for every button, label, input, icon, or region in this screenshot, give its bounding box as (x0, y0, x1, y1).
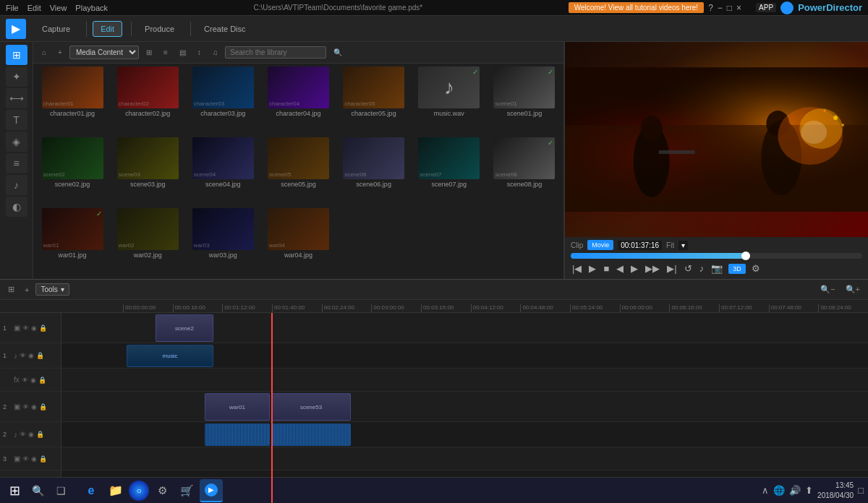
preview-progress-thumb[interactable] (741, 252, 750, 260)
timeline-clip-4[interactable] (205, 424, 270, 446)
audio-btn[interactable]: ♪ (698, 262, 706, 275)
fast-fwd-btn[interactable]: ▶▶ (644, 262, 661, 275)
sidebar-media-icon[interactable]: ⊞ (6, 45, 27, 65)
media-item-char3[interactable]: character03character03.jpg (187, 66, 259, 134)
track-row-2[interactable] (61, 369, 868, 392)
preview-progress-slider[interactable] (571, 253, 862, 259)
media-item-scene1[interactable]: scene01✓scene01.jpg (488, 66, 561, 134)
track-mute-5[interactable]: ◉ (31, 455, 37, 463)
taskbar-powerdirector[interactable]: ▶ (200, 479, 223, 502)
tray-network[interactable]: 🌐 (773, 485, 785, 496)
media-item-scene6[interactable]: scene06scene06.jpg (338, 137, 410, 205)
stop-btn[interactable]: ■ (602, 262, 610, 275)
track-visibility-1[interactable]: 👁 (20, 352, 26, 359)
track-lock-0[interactable]: 🔒 (39, 324, 47, 332)
media-item-scene7[interactable]: scene07scene07.jpg (413, 137, 485, 205)
tray-charge[interactable]: ⬆ (805, 485, 813, 496)
media-item-scene2[interactable]: scene02scene02.jpg (36, 137, 109, 205)
media-view-btn1[interactable]: ⊞ (142, 47, 156, 58)
timeline-clip-5[interactable] (271, 424, 351, 446)
menu-view[interactable]: View (50, 4, 67, 12)
track-visibility-4[interactable]: 👁 (20, 431, 26, 438)
capture-button[interactable]: Capture (35, 22, 77, 36)
close-btn[interactable]: × (736, 3, 741, 13)
track-mute-1[interactable]: ◉ (28, 352, 34, 359)
timeline-add-btn[interactable]: + (21, 284, 33, 296)
system-clock[interactable]: 13:45 2018/04/30 (817, 481, 854, 501)
sidebar-audio-icon[interactable]: ♪ (6, 175, 27, 195)
start-button[interactable]: ⊞ (4, 481, 25, 501)
media-item-scene4[interactable]: scene04scene04.jpg (187, 137, 259, 205)
help-btn[interactable]: ? (708, 3, 713, 13)
track-mute-2[interactable]: ◉ (30, 377, 36, 384)
media-home-btn[interactable]: ⌂ (38, 47, 51, 58)
track-lock-2[interactable]: 🔒 (38, 377, 46, 384)
media-filter-btn[interactable]: ♫ (208, 47, 223, 58)
media-item-music[interactable]: ♪✓music.wav (413, 66, 485, 134)
produce-button[interactable]: Produce (137, 22, 182, 36)
media-item-char1[interactable]: character01character01.jpg (36, 66, 109, 134)
playhead[interactable] (271, 313, 273, 503)
taskbar-store[interactable]: 🛒 (175, 479, 198, 502)
menu-edit[interactable]: Edit (27, 4, 41, 12)
media-add-btn[interactable]: + (54, 47, 67, 58)
track-visibility-2[interactable]: 👁 (22, 377, 28, 384)
media-view-btn2[interactable]: ≡ (159, 47, 172, 58)
tray-notification[interactable]: □ (858, 485, 864, 496)
play-btn[interactable]: ▶ (587, 262, 597, 275)
fit-dropdown[interactable]: ▾ (678, 241, 688, 250)
timeline-zoom-out-btn[interactable]: 🔍− (817, 283, 838, 296)
track-lock-3[interactable]: 🔒 (39, 403, 47, 410)
track-mute-3[interactable]: ◉ (31, 403, 37, 410)
media-sort-btn[interactable]: ↕ (193, 47, 205, 58)
media-search-btn[interactable]: 🔍 (329, 47, 346, 58)
track-row-5[interactable] (61, 447, 868, 470)
timeline-add-track-btn[interactable]: ⊞ (4, 283, 18, 296)
go-start-btn[interactable]: |◀ (571, 262, 583, 275)
media-item-scene3[interactable]: scene03scene03.jpg (111, 137, 184, 205)
track-mute-4[interactable]: ◉ (28, 431, 34, 438)
sidebar-text-icon[interactable]: T (6, 110, 27, 130)
menu-file[interactable]: File (6, 4, 19, 12)
movie-mode-btn[interactable]: Movie (587, 240, 613, 250)
minimize-btn[interactable]: − (718, 3, 723, 13)
maximize-btn[interactable]: □ (727, 3, 732, 13)
timeline-zoom-in-btn[interactable]: 🔍+ (842, 283, 864, 296)
taskbar-edge[interactable]: e (80, 479, 103, 502)
track-mute-0[interactable]: ◉ (31, 324, 37, 332)
timeline-clip-0[interactable]: scene2 (156, 314, 213, 342)
media-item-war4[interactable]: war04war04.jpg (262, 208, 334, 276)
sidebar-color-icon[interactable]: ◐ (6, 197, 27, 217)
media-item-char5[interactable]: character05character05.jpg (338, 66, 410, 134)
track-visibility-0[interactable]: 👁 (22, 324, 29, 332)
track-lock-1[interactable]: 🔒 (36, 352, 44, 359)
edit-button[interactable]: Edit (93, 21, 122, 37)
media-view-btn3[interactable]: ▤ (175, 47, 190, 58)
media-item-char2[interactable]: character02character02.jpg (111, 66, 184, 134)
taskbar-settings[interactable]: ⚙ (150, 479, 174, 502)
media-content-dropdown[interactable]: Media Content (69, 46, 139, 59)
media-item-war3[interactable]: war03war03.jpg (187, 208, 259, 276)
sidebar-chapter-icon[interactable]: ◈ (6, 132, 27, 152)
track-content[interactable]: scene2musicwar01scene53 (61, 313, 868, 503)
media-item-scene8[interactable]: scene08✓scene08.jpg (488, 137, 561, 205)
taskbar-cortana[interactable]: ○ (129, 481, 149, 501)
task-view-button[interactable]: ❑ (51, 481, 71, 501)
tray-volume[interactable]: 🔊 (789, 485, 801, 496)
go-end-btn[interactable]: ▶| (665, 262, 678, 275)
prev-frame-btn[interactable]: ◀ (615, 262, 625, 275)
media-search-input[interactable] (225, 46, 326, 59)
media-item-war2[interactable]: war02war02.jpg (111, 208, 184, 276)
next-frame-btn[interactable]: ▶ (629, 262, 639, 275)
track-visibility-5[interactable]: 👁 (22, 455, 29, 463)
taskbar-explorer[interactable]: 📁 (104, 479, 127, 502)
sidebar-fx-icon[interactable]: ✦ (6, 66, 27, 87)
track-row-3[interactable] (61, 392, 868, 422)
track-lock-5[interactable]: 🔒 (39, 455, 47, 463)
welcome-button[interactable]: Welcome! View all tutorial videos here! (569, 2, 704, 13)
sidebar-transition-icon[interactable]: ⟷ (6, 88, 27, 108)
menu-playback[interactable]: Playback (75, 4, 108, 12)
search-button[interactable]: 🔍 (27, 481, 48, 501)
3d-mode-btn[interactable]: 3D (728, 264, 746, 274)
track-lock-4[interactable]: 🔒 (36, 431, 44, 438)
